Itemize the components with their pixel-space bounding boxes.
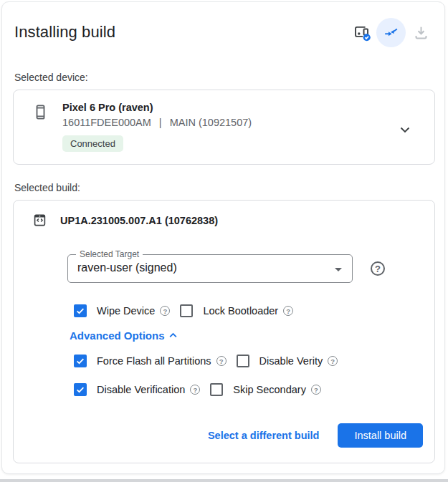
connect-device-button[interactable] (376, 18, 406, 47)
select-different-build-button[interactable]: Select a different build (208, 430, 320, 441)
checkbox-wipe-device[interactable]: Wipe Device ? (74, 304, 170, 317)
connect-arrows-icon (383, 25, 399, 40)
checkbox-skip-secondary[interactable]: Skip Secondary ? (210, 383, 321, 396)
smartphone-icon (32, 103, 49, 121)
help-icon[interactable]: ? (311, 385, 321, 395)
checkbox-disable-verity[interactable]: Disable Verity ? (237, 355, 338, 367)
bottom-edge-divider (0, 479, 448, 482)
device-connected-icon[interactable] (346, 17, 376, 47)
checkbox[interactable] (74, 355, 87, 367)
help-icon[interactable]: ? (283, 306, 293, 316)
help-icon[interactable]: ? (160, 306, 170, 316)
build-code-icon (32, 212, 48, 228)
chevron-up-icon (166, 329, 180, 342)
download-icon (412, 24, 430, 42)
device-with-check-icon (352, 23, 371, 42)
device-serial: 16011FDEE000AM (62, 117, 151, 128)
device-expand-button[interactable] (396, 120, 414, 139)
help-icon[interactable]: ? (328, 356, 338, 366)
check-icon (75, 356, 85, 366)
target-help-icon[interactable]: ? (371, 261, 385, 276)
checkbox-disable-verification[interactable]: Disable Verification ? (74, 383, 200, 396)
install-build-button[interactable]: Install build (338, 423, 423, 448)
device-name: Pixel 6 Pro (raven) (62, 102, 252, 114)
help-icon[interactable]: ? (190, 385, 200, 395)
options-row-1: Wipe Device ? Lock Bootloader ? (74, 304, 293, 317)
checkbox[interactable] (180, 304, 193, 317)
checkbox-lock-bootloader[interactable]: Lock Bootloader ? (180, 304, 293, 317)
download-build-button[interactable] (406, 17, 436, 47)
target-row: Selected Target raven-user (signed) ? (67, 254, 385, 283)
device-meta: 16011FDEE000AM|MAIN (10921507) (62, 117, 252, 128)
device-branch: MAIN (10921507) (170, 117, 252, 128)
checkbox[interactable] (74, 383, 87, 396)
build-title-row: UP1A.231005.007.A1 (10762838) (32, 212, 218, 228)
selected-target-dropdown[interactable]: Selected Target raven-user (signed) (67, 254, 353, 283)
checkbox[interactable] (210, 383, 223, 396)
device-summary: Pixel 6 Pro (raven) 16011FDEE000AM|MAIN … (14, 90, 434, 152)
options-row-2: Force Flash all Partitions ? Disable Ver… (74, 355, 338, 367)
installing-build-dialog: Installing build (1, 1, 445, 474)
selected-build-card: UP1A.231005.007.A1 (10762838) Selected T… (13, 200, 435, 463)
checkbox[interactable] (237, 355, 249, 367)
chevron-down-icon (396, 121, 414, 138)
checkbox[interactable] (74, 304, 87, 317)
dropdown-caret-icon (335, 268, 342, 271)
selected-target-label: Selected Target (76, 249, 143, 259)
selected-target-value: raven-user (signed) (77, 261, 177, 274)
device-info: Pixel 6 Pro (raven) 16011FDEE000AM|MAIN … (62, 102, 252, 152)
check-icon (75, 306, 85, 316)
page: Installing build (0, 0, 448, 482)
checkbox-force-flash-all-partitions[interactable]: Force Flash all Partitions ? (74, 355, 227, 367)
check-icon (75, 385, 85, 395)
actions-row: Select a different build Install build (208, 423, 423, 448)
separator: | (159, 117, 162, 128)
options-row-3: Disable Verification ? Skip Secondary ? (74, 383, 321, 396)
selected-device-card: Pixel 6 Pro (raven) 16011FDEE000AM|MAIN … (13, 90, 435, 165)
help-icon[interactable]: ? (216, 356, 227, 366)
header-toolbar (346, 17, 436, 47)
selected-build-label: Selected build: (14, 182, 80, 193)
selected-device-label: Selected device: (14, 72, 88, 83)
advanced-options-toggle[interactable]: Advanced Options (70, 329, 180, 342)
build-id: UP1A.231005.007.A1 (10762838) (60, 215, 218, 226)
status-badge: Connected (62, 135, 123, 152)
page-title: Installing build (14, 23, 115, 42)
